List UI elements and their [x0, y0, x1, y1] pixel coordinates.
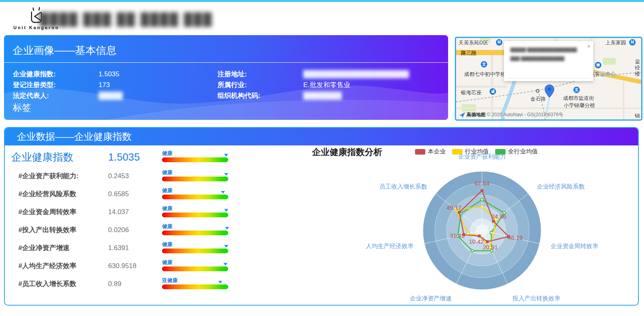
field-label: 登记注册类型: [13, 80, 99, 89]
field-label: 组织机构代码: [217, 91, 303, 100]
metric-row: #人均生产经济效率630.9518健康 [6, 257, 240, 275]
health-gauge: 健康 [162, 248, 228, 253]
metric-row: #投入产出转换效率0.0206健康 [6, 221, 240, 239]
radar-value-label: 46.19 [508, 234, 523, 241]
gauge-gradient-track [162, 195, 228, 199]
gauge-marker-icon [224, 154, 228, 157]
map-info-popup: × █████ ████████████████ ███ ███████████… [504, 41, 593, 81]
amap-logo-text: 高德地图 [466, 111, 486, 118]
field-label: 注册地址: [217, 70, 303, 79]
gauge-gradient-track [162, 157, 228, 162]
metric-label: #企业资金周转效率 [6, 207, 108, 217]
panel-title: 企业数据——企业健康指数 [5, 128, 638, 145]
health-gauge: 健康 [162, 157, 228, 162]
metro-icon: M [629, 39, 636, 46]
map-poi-label: 上东家园 [605, 39, 626, 46]
copyright-text: © 2020 AutoNavi - GS(2019)6379号 [487, 111, 563, 118]
popup-address-redacted: ███ ██████████████ [510, 56, 577, 61]
radar-value-label: 31.49 [450, 232, 465, 239]
field-row: 所属行业: E.批发和零售业 [217, 79, 409, 90]
radar-value-label: 20.91 [483, 244, 498, 250]
metro-entrance-marker [536, 89, 539, 93]
panel-title: 企业画像——基本信息 [4, 35, 448, 62]
radar-axis-label: 人均生产经济效率 [365, 242, 413, 249]
basic-info-right-column: 注册地址: ██████████████████████ 所属行业: E.批发和… [217, 69, 409, 101]
gauge-gradient-track [162, 266, 228, 271]
metro-icon: M [496, 39, 502, 46]
field-value-redacted: █████ [99, 92, 122, 100]
company-name-redacted: ████ ███ ██ ████ ███ [40, 12, 213, 26]
basic-info-panel: 企业画像——基本信息 企业健康指数: 1.5035 登记注册类型: 173 法定… [4, 35, 448, 120]
gauge-gradient-track [162, 177, 228, 181]
gauge-marker-icon [224, 245, 228, 248]
field-row: 注册地址: ██████████████████████ [217, 69, 409, 79]
metric-row: #员工收入增长系数0.89亚健康 [6, 275, 240, 293]
location-map[interactable]: 天居东苑D区 M 路三段 文 成都七中初中学校 上东家园 M 成东客运中心 皇经… [455, 37, 642, 121]
field-value-redacted: ████████ [303, 92, 342, 100]
map-poi-label: 银海芯座 [461, 89, 482, 96]
title-divider [4, 62, 448, 63]
gauge-marker-icon [224, 209, 228, 212]
metric-label: #企业净资产增速 [6, 243, 108, 252]
metric-value: 0.89 [108, 280, 162, 288]
health-gauge: 健康 [162, 177, 228, 181]
radar-axis-label: 企业净资产增速 [410, 295, 452, 302]
field-row: 法定代表人: █████ [13, 90, 122, 101]
field-row: 组织机构代码: ████████ [217, 90, 409, 101]
metric-row: 企业健康指数1.5035健康 [6, 147, 240, 167]
metric-label: #企业经营风险系数 [6, 189, 108, 199]
close-icon[interactable]: × [587, 43, 591, 50]
field-value: 173 [99, 81, 110, 89]
gauge-marker-icon [225, 227, 229, 230]
map-road-label: 路三段 [461, 50, 476, 57]
radar-value-label: 10.42 [469, 238, 484, 245]
metric-label: 企业健康指数 [6, 150, 108, 164]
tags-heading: 标签 [13, 101, 31, 114]
metric-value: 0.6585 [108, 190, 162, 198]
popup-company-redacted: █████ ████████████████ [510, 48, 585, 52]
health-status-label: 健康 [162, 259, 172, 266]
gauge-marker-icon [223, 263, 227, 266]
health-status-label: 健康 [162, 187, 172, 194]
map-poi-label: 小学锦馨分校 [564, 102, 595, 109]
field-label: 企业健康指数: [13, 70, 99, 79]
radar-value-label: 67.64 [474, 180, 490, 187]
radar-axis-label: 企业资金周转效率 [551, 242, 599, 249]
amap-logo-icon [459, 112, 465, 118]
metric-label: #人均生产经济效率 [6, 261, 108, 270]
gauge-gradient-track [162, 213, 228, 217]
health-gauge: 亚健康 [162, 284, 228, 289]
metric-value: 14.037 [108, 208, 162, 216]
health-gauge: 健康 [162, 266, 228, 271]
field-label: 法定代表人: [13, 91, 99, 100]
health-status-label: 亚健康 [162, 277, 178, 284]
map-attribution: 高德地图 © 2020 AutoNavi - GS(2019)6379号 [459, 111, 563, 118]
metric-row: #企业资金周转效率14.037健康 [6, 203, 240, 221]
location-pin-icon [544, 84, 555, 98]
health-status-label: 健康 [162, 223, 172, 230]
metric-label: #投入产出转换效率 [6, 225, 108, 235]
building-icon [490, 88, 496, 95]
map-poi-label: 天居东苑D区 [458, 39, 488, 46]
metric-row: #企业净资产增速1.6391健康 [6, 239, 240, 257]
metric-label: #企业资产获利能力: [6, 171, 108, 181]
metric-value: 1.5035 [108, 151, 162, 163]
map-poi-label-vertical: 皇经楼 [635, 59, 640, 77]
gauge-gradient-track [162, 284, 228, 289]
map-road-label: 金石路 [530, 95, 546, 103]
map-poi-label: 锦 [635, 112, 640, 119]
map-poi-label: 成都市盐道街 [563, 95, 594, 102]
metric-row: #企业经营风险系数0.6585健康 [6, 185, 240, 203]
health-gauge: 健康 [162, 231, 228, 235]
basic-info-left-column: 企业健康指数: 1.5035 登记注册类型: 173 法定代表人: █████ [13, 69, 122, 101]
health-gauge: 健康 [162, 195, 228, 199]
radar-chart[interactable]: 企业资产获利能力企业经济风险系数企业资金周转效率投入产出转换效率企业净资产增速人… [256, 148, 639, 306]
health-gauge: 健康 [162, 213, 228, 217]
metric-value: 1.6391 [108, 244, 162, 252]
field-value-redacted: ██████████████████████ [303, 70, 409, 78]
gauge-marker-icon [218, 281, 222, 284]
page-header: Unit Kangaroo ████ ███ ██ ████ ███ [0, 2, 644, 34]
metric-row: #企业资产获利能力:0.2453健康 [6, 167, 240, 185]
metrics-list: 企业健康指数1.5035健康#企业资产获利能力:0.2453健康#企业经营风险系… [6, 147, 240, 293]
metric-value: 0.0206 [108, 226, 162, 234]
